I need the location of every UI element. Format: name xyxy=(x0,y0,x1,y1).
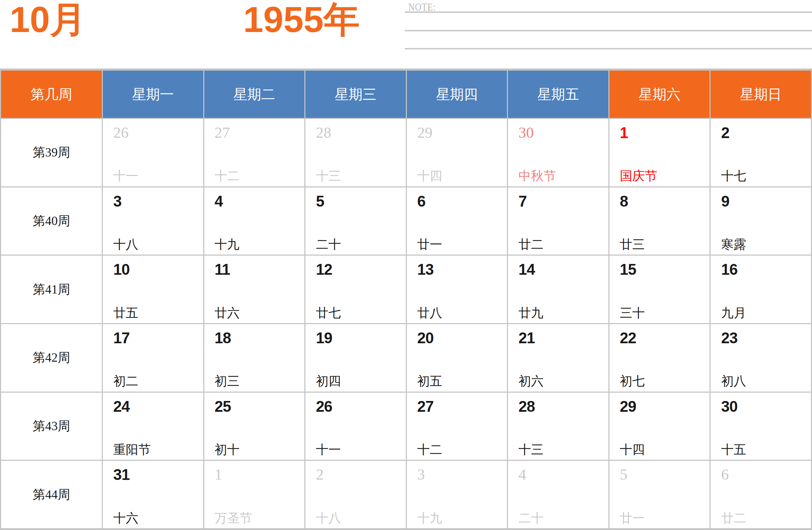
day-cell: 1国庆节 xyxy=(609,119,710,186)
day-number: 20 xyxy=(417,330,434,346)
day-number: 7 xyxy=(518,193,526,210)
day-cell: 28十三 xyxy=(305,119,406,186)
day-number: 25 xyxy=(215,398,231,415)
day-number: 1 xyxy=(620,125,628,141)
day-cell: 31十六 xyxy=(103,461,203,528)
day-cell: 30十五 xyxy=(711,393,811,460)
note-ruled-line xyxy=(405,30,812,31)
day-cell: 4二十 xyxy=(508,461,608,528)
lunar-label: 十九 xyxy=(417,511,442,525)
day-cell: 7廿二 xyxy=(508,187,608,255)
header-tuesday: 星期二 xyxy=(204,71,305,118)
lunar-label: 九月 xyxy=(721,306,746,320)
lunar-label: 十三 xyxy=(518,443,543,457)
lunar-label: 十一 xyxy=(113,169,138,183)
lunar-label: 初六 xyxy=(518,374,543,388)
page-header: 10月 1955年 NOTE: xyxy=(0,0,812,69)
day-number: 3 xyxy=(113,193,121,210)
day-number: 10 xyxy=(113,261,130,278)
header-wednesday: 星期三 xyxy=(305,71,406,118)
day-number: 6 xyxy=(721,466,729,483)
day-cell: 13廿八 xyxy=(407,256,507,323)
lunar-label: 初十 xyxy=(215,443,240,457)
day-number: 8 xyxy=(620,193,628,210)
day-cell: 4十九 xyxy=(204,187,305,255)
day-number: 15 xyxy=(620,261,636,278)
day-number: 30 xyxy=(721,398,737,415)
day-cell: 5二十 xyxy=(305,187,406,255)
day-number: 13 xyxy=(417,261,434,278)
day-cell: 3十九 xyxy=(407,461,507,528)
month-title: 10月 xyxy=(10,1,86,39)
header-thursday: 星期四 xyxy=(407,71,507,118)
lunar-label: 初七 xyxy=(620,374,645,388)
day-cell: 27十二 xyxy=(407,393,507,460)
lunar-label: 廿二 xyxy=(721,511,746,525)
header-monday: 星期一 xyxy=(103,71,203,118)
lunar-label: 国庆节 xyxy=(620,169,657,183)
day-cell: 16九月 xyxy=(711,256,811,323)
day-number: 23 xyxy=(721,330,737,346)
lunar-label: 万圣节 xyxy=(215,511,252,525)
day-cell: 11廿六 xyxy=(204,256,305,323)
day-cell: 2十八 xyxy=(305,461,406,528)
day-number: 19 xyxy=(316,330,332,346)
lunar-label: 初二 xyxy=(113,374,138,388)
day-cell: 1万圣节 xyxy=(204,461,305,528)
day-number: 9 xyxy=(721,193,729,210)
day-cell: 3十八 xyxy=(103,187,203,255)
lunar-label: 廿一 xyxy=(620,511,645,525)
day-cell: 6廿一 xyxy=(407,187,507,255)
lunar-label: 十五 xyxy=(721,443,746,457)
lunar-label: 廿一 xyxy=(417,238,442,252)
day-number: 5 xyxy=(620,466,628,483)
day-number: 27 xyxy=(417,398,434,415)
day-number: 22 xyxy=(620,330,636,346)
lunar-label: 十二 xyxy=(417,443,442,457)
week-label: 第44周 xyxy=(1,461,102,528)
day-cell: 18初三 xyxy=(204,324,305,392)
day-number: 28 xyxy=(518,398,535,415)
lunar-label: 廿六 xyxy=(215,306,240,320)
day-cell: 12廿七 xyxy=(305,256,406,323)
lunar-label: 二十 xyxy=(316,238,341,252)
lunar-label: 初八 xyxy=(721,374,746,388)
lunar-label: 十四 xyxy=(620,443,645,457)
day-cell: 21初六 xyxy=(508,324,608,392)
lunar-label: 初五 xyxy=(417,374,442,388)
lunar-label: 廿二 xyxy=(518,238,543,252)
note-area: NOTE: xyxy=(408,0,812,69)
header-saturday: 星期六 xyxy=(609,71,710,118)
day-number: 26 xyxy=(316,398,332,415)
day-number: 31 xyxy=(113,466,130,483)
day-cell: 20初五 xyxy=(407,324,507,392)
day-cell: 30中秋节 xyxy=(508,119,608,186)
lunar-label: 十九 xyxy=(215,238,240,252)
calendar-grid: 第几周 星期一 星期二 星期三 星期四 星期五 星期六 星期日 第39周26十一… xyxy=(0,69,812,530)
day-cell: 15三十 xyxy=(609,256,710,323)
lunar-label: 十七 xyxy=(721,169,746,183)
header-friday: 星期五 xyxy=(508,71,608,118)
day-number: 5 xyxy=(316,193,324,210)
lunar-label: 十四 xyxy=(417,169,442,183)
day-number: 4 xyxy=(215,193,223,210)
day-number: 14 xyxy=(518,261,535,278)
day-cell: 5廿一 xyxy=(609,461,710,528)
day-number: 27 xyxy=(215,125,230,141)
note-ruled-line xyxy=(405,48,812,49)
header-week-number: 第几周 xyxy=(1,71,102,118)
day-number: 12 xyxy=(316,261,332,278)
lunar-label: 寒露 xyxy=(721,238,746,252)
lunar-label: 十二 xyxy=(215,169,240,183)
day-number: 24 xyxy=(113,398,130,415)
lunar-label: 廿三 xyxy=(620,238,645,252)
day-cell: 6廿二 xyxy=(711,461,811,528)
lunar-label: 重阳节 xyxy=(113,443,151,457)
day-cell: 23初八 xyxy=(711,324,811,392)
note-ruled-line xyxy=(405,11,812,13)
lunar-label: 廿五 xyxy=(113,306,138,320)
lunar-label: 中秋节 xyxy=(518,169,556,183)
week-label: 第43周 xyxy=(1,393,102,460)
day-number: 26 xyxy=(113,125,129,141)
lunar-label: 廿九 xyxy=(518,306,543,320)
